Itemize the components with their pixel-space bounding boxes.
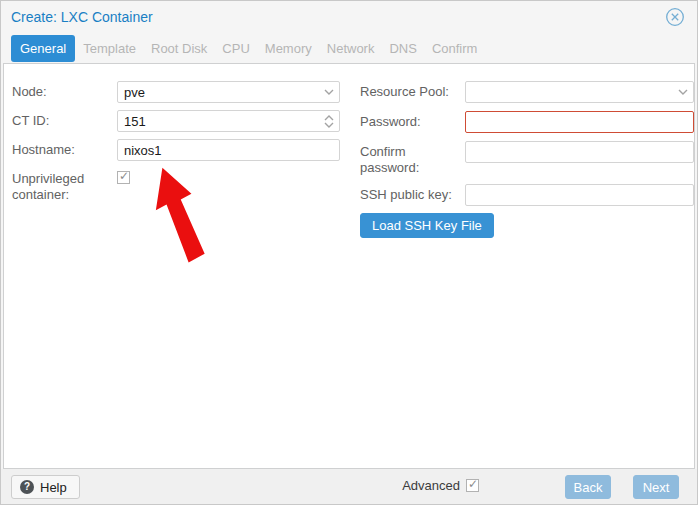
load-ssh-key-file-button[interactable]: Load SSH Key File — [360, 213, 494, 238]
tab-root-disk[interactable]: Root Disk — [144, 35, 214, 62]
advanced-label: Advanced — [402, 478, 460, 493]
form-left-column: Node: CT ID: — [12, 81, 340, 210]
tab-confirm[interactable]: Confirm — [425, 35, 485, 62]
dialog-title: Create: LXC Container — [11, 9, 153, 25]
ct-id-input[interactable] — [117, 110, 340, 132]
tab-network[interactable]: Network — [320, 35, 382, 62]
dialog-header: Create: LXC Container — [1, 1, 697, 33]
question-circle-icon: ? — [20, 480, 34, 494]
help-button-label: Help — [40, 480, 67, 495]
confirm-password-row: Confirm password: — [360, 141, 694, 176]
node-label: Node: — [12, 81, 117, 100]
unprivileged-label: Unprivileged container: — [12, 168, 117, 203]
tab-dns[interactable]: DNS — [382, 35, 423, 62]
advanced-toggle: Advanced ✓ — [402, 478, 479, 493]
hostname-row: Hostname: — [12, 139, 340, 161]
ssh-public-key-label: SSH public key: — [360, 184, 465, 203]
confirm-password-label: Confirm password: — [360, 141, 465, 176]
spinner-up-down-icon[interactable] — [324, 110, 334, 132]
node-combobox[interactable] — [117, 81, 340, 103]
back-button[interactable]: Back — [565, 475, 611, 499]
create-lxc-container-dialog: Create: LXC Container General Template R… — [0, 0, 698, 505]
ct-id-label: CT ID: — [12, 110, 117, 129]
password-input[interactable] — [465, 111, 694, 133]
ct-id-row: CT ID: — [12, 110, 340, 132]
unprivileged-checkbox[interactable]: ✓ — [117, 171, 130, 184]
password-label: Password: — [360, 111, 465, 130]
load-ssh-row: Load SSH Key File — [360, 213, 694, 238]
confirm-password-input[interactable] — [465, 141, 694, 163]
wizard-tab-bar: General Template Root Disk CPU Memory Ne… — [11, 35, 485, 62]
tab-template[interactable]: Template — [76, 35, 143, 62]
resource-pool-combobox[interactable] — [465, 81, 694, 103]
chevron-down-icon[interactable] — [678, 81, 688, 103]
hostname-input[interactable] — [117, 139, 340, 161]
checkmark-icon: ✓ — [468, 477, 478, 491]
dialog-footer: ? Help Advanced ✓ Back Next — [1, 469, 697, 504]
resource-pool-row: Resource Pool: — [360, 81, 694, 103]
next-button[interactable]: Next — [633, 475, 679, 499]
resource-pool-input[interactable] — [465, 81, 694, 103]
dialog-body: Node: CT ID: — [3, 63, 695, 469]
ssh-public-key-input[interactable] — [465, 184, 694, 206]
unprivileged-row: Unprivileged container: ✓ — [12, 168, 340, 203]
tab-memory[interactable]: Memory — [258, 35, 319, 62]
close-icon[interactable] — [665, 7, 685, 27]
password-row: Password: — [360, 111, 694, 133]
help-button[interactable]: ? Help — [11, 475, 80, 499]
node-row: Node: — [12, 81, 340, 103]
resource-pool-label: Resource Pool: — [360, 81, 465, 100]
form-right-column: Resource Pool: Password: Confirm passwor… — [360, 81, 694, 246]
tab-cpu[interactable]: CPU — [215, 35, 256, 62]
ct-id-spinner[interactable] — [117, 110, 340, 132]
ssh-public-key-row: SSH public key: — [360, 184, 694, 206]
chevron-down-icon[interactable] — [324, 81, 334, 103]
checkmark-icon: ✓ — [119, 169, 129, 183]
hostname-label: Hostname: — [12, 139, 117, 158]
tab-general[interactable]: General — [11, 35, 75, 62]
advanced-checkbox[interactable]: ✓ — [466, 479, 479, 492]
node-input[interactable] — [117, 81, 340, 103]
